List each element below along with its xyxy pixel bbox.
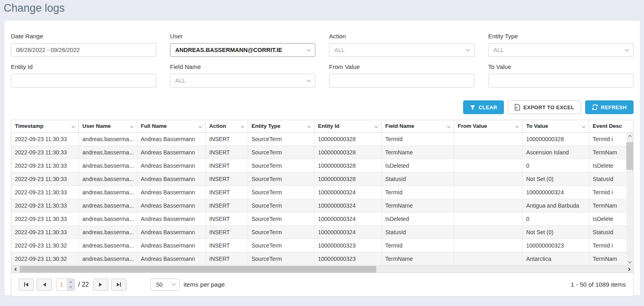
column-menu-chevron-icon[interactable] bbox=[582, 125, 585, 128]
column-header-event-desc[interactable]: Event Desc bbox=[589, 120, 633, 132]
column-menu-chevron-icon[interactable] bbox=[447, 125, 450, 128]
date-range-input[interactable] bbox=[11, 43, 156, 57]
table-cell-entity-type: SourceTerm bbox=[248, 199, 314, 212]
stepper-up-icon[interactable] bbox=[69, 281, 72, 284]
vertical-scrollbar[interactable] bbox=[626, 133, 633, 266]
table-cell-user-name: andreas.basserma... bbox=[79, 212, 137, 225]
horizontal-scrollbar[interactable] bbox=[11, 266, 633, 273]
table-row[interactable]: 2022-09-23 11:30:32 andreas.basserma... … bbox=[11, 239, 633, 252]
column-header-user-name[interactable]: User Name bbox=[79, 120, 137, 132]
table-row[interactable]: 2022-09-23 11:30:33 andreas.basserma... … bbox=[11, 172, 633, 185]
table-cell-field-name: StatusId bbox=[381, 172, 454, 185]
next-page-button[interactable] bbox=[93, 279, 108, 291]
scroll-down-arrow-icon[interactable] bbox=[626, 259, 633, 266]
date-range-label: Date Range bbox=[11, 33, 156, 40]
page-size-select[interactable]: 50 bbox=[150, 279, 180, 291]
table-cell-to-value: Not Set (0) bbox=[522, 225, 589, 239]
table-cell-user-name: andreas.basserma... bbox=[79, 146, 137, 159]
clear-button[interactable]: CLEAR bbox=[463, 100, 504, 114]
table-cell-action: INSERT bbox=[205, 239, 248, 252]
export-button-label: EXPORT TO EXCEL bbox=[523, 104, 574, 110]
excel-file-icon bbox=[515, 104, 520, 110]
grid-pager: / 22 50 items per page 1 - 50 of 1089 it… bbox=[11, 273, 633, 296]
table-row[interactable]: 2022-09-23 11:30:32 andreas.basserma... … bbox=[11, 252, 633, 265]
action-select[interactable]: ALL bbox=[329, 43, 474, 57]
stepper-down-icon[interactable] bbox=[69, 285, 72, 287]
table-cell-to-value: Not Set (0) bbox=[522, 172, 589, 185]
table-cell-from-value bbox=[454, 212, 522, 225]
column-header-entity-type[interactable]: Entity Type bbox=[248, 120, 314, 132]
column-header-action[interactable]: Action bbox=[205, 120, 248, 132]
export-to-excel-button[interactable]: EXPORT TO EXCEL bbox=[508, 100, 581, 114]
entity-id-input[interactable] bbox=[11, 74, 156, 87]
column-header-field-name[interactable]: Field Name bbox=[381, 120, 454, 132]
column-menu-chevron-icon[interactable] bbox=[307, 125, 310, 128]
scroll-right-arrow-icon[interactable] bbox=[626, 266, 632, 273]
table-row[interactable]: 2022-09-23 11:30:33 andreas.basserma... … bbox=[11, 185, 633, 199]
table-cell-user-name: andreas.basserma... bbox=[79, 185, 137, 199]
table-row[interactable]: 2022-09-23 11:30:33 andreas.basserma... … bbox=[11, 146, 633, 159]
filter-field-entity-type: Entity Type ALL bbox=[488, 33, 634, 57]
user-select[interactable]: ANDREAS.BASSERMANN@CORRIT.IE bbox=[170, 43, 315, 57]
entity-type-select[interactable]: ALL bbox=[488, 43, 634, 57]
column-header-entity-id[interactable]: Entity Id bbox=[314, 120, 381, 132]
table-row[interactable]: 2022-09-23 11:30:33 andreas.basserma... … bbox=[11, 225, 633, 239]
refresh-icon bbox=[592, 104, 598, 110]
table-cell-full-name: Andreas Bassermann bbox=[137, 212, 205, 225]
vertical-scrollbar-thumb[interactable] bbox=[626, 142, 633, 170]
refresh-button[interactable]: REFRESH bbox=[585, 100, 634, 114]
column-menu-chevron-icon[interactable] bbox=[374, 125, 377, 128]
table-cell-entity-type: SourceTerm bbox=[248, 239, 314, 252]
field-name-select-value: ALL bbox=[175, 77, 186, 84]
table-row[interactable]: 2022-09-23 11:30:33 andreas.basserma... … bbox=[11, 159, 633, 172]
filter-field-from-value: From Value bbox=[329, 63, 474, 87]
table-cell-entity-type: SourceTerm bbox=[248, 146, 314, 159]
table-cell-entity-type: SourceTerm bbox=[248, 185, 314, 199]
column-menu-chevron-icon[interactable] bbox=[130, 125, 133, 128]
first-page-button[interactable] bbox=[19, 279, 34, 291]
table-cell-timestamp: 2022-09-23 11:30:32 bbox=[11, 239, 79, 252]
refresh-button-label: REFRESH bbox=[601, 104, 627, 110]
column-menu-chevron-icon[interactable] bbox=[71, 125, 75, 128]
last-page-button[interactable] bbox=[111, 279, 126, 291]
table-cell-timestamp: 2022-09-23 11:30:33 bbox=[11, 225, 79, 239]
column-header-from-value[interactable]: From Value bbox=[454, 120, 522, 132]
action-select-value: ALL bbox=[334, 47, 345, 53]
page-title: Change logs bbox=[4, 2, 65, 15]
table-cell-from-value bbox=[454, 199, 522, 212]
column-menu-chevron-icon[interactable] bbox=[198, 125, 201, 128]
chevron-down-icon bbox=[172, 282, 176, 286]
page-number-input[interactable] bbox=[56, 279, 67, 290]
table-cell-timestamp: 2022-09-23 11:30:33 bbox=[11, 146, 79, 159]
page-number-stepper[interactable] bbox=[67, 279, 75, 290]
column-menu-chevron-icon[interactable] bbox=[515, 125, 518, 128]
table-cell-full-name: Andreas Bassermann bbox=[137, 172, 205, 185]
table-cell-from-value bbox=[454, 185, 522, 199]
table-row[interactable]: 2022-09-23 11:30:33 andreas.basserma... … bbox=[11, 132, 633, 146]
table-cell-action: INSERT bbox=[205, 225, 248, 239]
table-cell-to-value: 100000000323 bbox=[522, 239, 589, 252]
table-cell-entity-id: 100000000323 bbox=[314, 239, 381, 252]
from-value-label: From Value bbox=[329, 63, 474, 70]
column-header-timestamp[interactable]: Timestamp bbox=[11, 120, 79, 132]
entity-type-label: Entity Type bbox=[488, 33, 634, 40]
filter-field-user: User ANDREAS.BASSERMANN@CORRIT.IE bbox=[170, 33, 315, 57]
items-per-page-label: items per page bbox=[184, 281, 225, 288]
table-row[interactable]: 2022-09-23 11:30:33 andreas.basserma... … bbox=[11, 212, 633, 225]
table-cell-user-name: andreas.basserma... bbox=[79, 172, 137, 185]
table-cell-full-name: Andreas Bassermann bbox=[137, 132, 205, 146]
scroll-up-arrow-icon[interactable] bbox=[626, 133, 633, 139]
to-value-input[interactable] bbox=[488, 74, 634, 87]
column-header-to-value[interactable]: To Value bbox=[522, 120, 589, 132]
column-header-full-name[interactable]: Full Name bbox=[137, 120, 205, 132]
from-value-input[interactable] bbox=[329, 74, 474, 87]
page-number-box bbox=[56, 279, 75, 291]
scroll-left-arrow-icon[interactable] bbox=[12, 266, 19, 273]
column-menu-chevron-icon[interactable] bbox=[240, 125, 244, 128]
table-row[interactable]: 2022-09-23 11:30:33 andreas.basserma... … bbox=[11, 199, 633, 212]
field-name-select[interactable]: ALL bbox=[170, 74, 315, 87]
table-cell-user-name: andreas.basserma... bbox=[79, 159, 137, 172]
table-cell-action: INSERT bbox=[205, 199, 248, 212]
previous-page-button[interactable] bbox=[37, 279, 52, 291]
horizontal-scrollbar-thumb[interactable] bbox=[20, 266, 376, 273]
